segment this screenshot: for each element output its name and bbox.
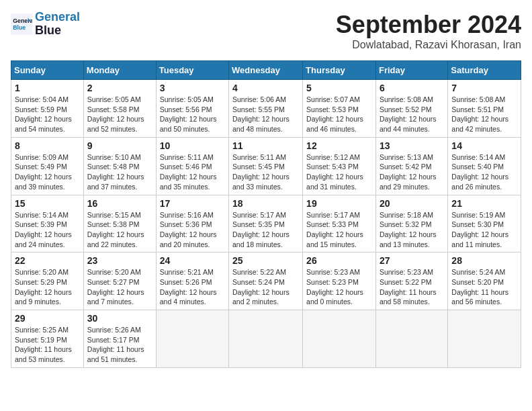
day-info: Sunrise: 5:20 AM Sunset: 5:29 PM Dayligh… [15, 267, 80, 307]
day-info: Sunrise: 5:15 AM Sunset: 5:38 PM Dayligh… [87, 210, 152, 250]
day-info: Sunrise: 5:22 AM Sunset: 5:24 PM Dayligh… [232, 267, 299, 307]
table-row: 20 Sunrise: 5:18 AM Sunset: 5:32 PM Dayl… [375, 195, 447, 253]
day-number: 4 [232, 83, 299, 93]
day-number: 9 [87, 140, 152, 151]
table-row: 9 Sunrise: 5:10 AM Sunset: 5:48 PM Dayli… [83, 137, 156, 195]
logo-text: GeneralBlue [35, 11, 80, 38]
table-row: 4 Sunrise: 5:06 AM Sunset: 5:55 PM Dayli… [229, 80, 303, 138]
day-info: Sunrise: 5:14 AM Sunset: 5:40 PM Dayligh… [451, 152, 517, 192]
day-info: Sunrise: 5:26 AM Sunset: 5:17 PM Dayligh… [87, 325, 152, 365]
table-row: 24 Sunrise: 5:21 AM Sunset: 5:26 PM Dayl… [156, 253, 228, 310]
table-row: 16 Sunrise: 5:15 AM Sunset: 5:38 PM Dayl… [83, 195, 156, 253]
day-info: Sunrise: 5:14 AM Sunset: 5:39 PM Dayligh… [15, 210, 80, 250]
day-number: 29 [15, 313, 80, 324]
table-row [229, 310, 303, 368]
day-number: 17 [160, 198, 225, 209]
table-row [156, 310, 228, 368]
table-row: 23 Sunrise: 5:20 AM Sunset: 5:27 PM Dayl… [83, 253, 156, 310]
day-info: Sunrise: 5:23 AM Sunset: 5:22 PM Dayligh… [380, 267, 444, 307]
day-number: 23 [87, 255, 152, 266]
col-monday: Monday [83, 61, 156, 80]
table-row: 27 Sunrise: 5:23 AM Sunset: 5:22 PM Dayl… [375, 253, 447, 310]
day-number: 13 [380, 140, 444, 151]
table-row: 28 Sunrise: 5:24 AM Sunset: 5:20 PM Dayl… [448, 253, 521, 310]
table-row: 17 Sunrise: 5:16 AM Sunset: 5:36 PM Dayl… [156, 195, 228, 253]
table-row: 22 Sunrise: 5:20 AM Sunset: 5:29 PM Dayl… [11, 253, 84, 310]
logo-icon: General Blue [11, 13, 32, 35]
day-info: Sunrise: 5:11 AM Sunset: 5:46 PM Dayligh… [160, 152, 225, 192]
day-number: 26 [306, 255, 372, 266]
svg-text:Blue: Blue [13, 24, 26, 31]
table-row: 2 Sunrise: 5:05 AM Sunset: 5:58 PM Dayli… [83, 80, 156, 138]
day-info: Sunrise: 5:16 AM Sunset: 5:36 PM Dayligh… [160, 210, 225, 250]
table-row: 30 Sunrise: 5:26 AM Sunset: 5:17 PM Dayl… [83, 310, 156, 368]
day-info: Sunrise: 5:05 AM Sunset: 5:58 PM Dayligh… [87, 95, 152, 134]
day-info: Sunrise: 5:09 AM Sunset: 5:49 PM Dayligh… [15, 152, 80, 192]
day-info: Sunrise: 5:23 AM Sunset: 5:23 PM Dayligh… [306, 267, 372, 307]
day-number: 1 [15, 83, 80, 93]
table-row: 19 Sunrise: 5:17 AM Sunset: 5:33 PM Dayl… [303, 195, 376, 253]
table-row: 14 Sunrise: 5:14 AM Sunset: 5:40 PM Dayl… [448, 137, 521, 195]
col-sunday: Sunday [11, 61, 84, 80]
table-row: 15 Sunrise: 5:14 AM Sunset: 5:39 PM Dayl… [11, 195, 84, 253]
table-row: 10 Sunrise: 5:11 AM Sunset: 5:46 PM Dayl… [156, 137, 228, 195]
day-number: 25 [232, 255, 299, 266]
day-info: Sunrise: 5:17 AM Sunset: 5:35 PM Dayligh… [232, 210, 299, 250]
logo: General Blue GeneralBlue [11, 11, 80, 38]
day-number: 14 [451, 140, 517, 151]
table-row: 18 Sunrise: 5:17 AM Sunset: 5:35 PM Dayl… [229, 195, 303, 253]
day-info: Sunrise: 5:20 AM Sunset: 5:27 PM Dayligh… [87, 267, 152, 307]
col-tuesday: Tuesday [156, 61, 228, 80]
day-info: Sunrise: 5:18 AM Sunset: 5:32 PM Dayligh… [380, 210, 444, 250]
table-row: 26 Sunrise: 5:23 AM Sunset: 5:23 PM Dayl… [303, 253, 376, 310]
table-row: 12 Sunrise: 5:12 AM Sunset: 5:43 PM Dayl… [303, 137, 376, 195]
day-number: 21 [451, 198, 517, 209]
month-title: September 2024 [336, 11, 521, 39]
day-info: Sunrise: 5:08 AM Sunset: 5:51 PM Dayligh… [451, 95, 517, 134]
day-info: Sunrise: 5:04 AM Sunset: 5:59 PM Dayligh… [15, 95, 80, 134]
day-number: 30 [87, 313, 152, 324]
day-info: Sunrise: 5:06 AM Sunset: 5:55 PM Dayligh… [232, 95, 299, 134]
day-info: Sunrise: 5:08 AM Sunset: 5:52 PM Dayligh… [380, 95, 444, 134]
day-number: 2 [87, 83, 152, 93]
day-info: Sunrise: 5:07 AM Sunset: 5:53 PM Dayligh… [306, 95, 372, 134]
day-number: 11 [232, 140, 299, 151]
day-number: 28 [451, 255, 517, 266]
day-info: Sunrise: 5:25 AM Sunset: 5:19 PM Dayligh… [15, 325, 80, 365]
day-number: 10 [160, 140, 225, 151]
calendar: Sunday Monday Tuesday Wednesday Thursday… [11, 60, 521, 368]
col-wednesday: Wednesday [229, 61, 303, 80]
table-row: 25 Sunrise: 5:22 AM Sunset: 5:24 PM Dayl… [229, 253, 303, 310]
location-title: Dowlatabad, Razavi Khorasan, Iran [336, 39, 521, 51]
table-row: 29 Sunrise: 5:25 AM Sunset: 5:19 PM Dayl… [11, 310, 84, 368]
day-number: 19 [306, 198, 372, 209]
title-section: September 2024 Dowlatabad, Razavi Khoras… [336, 11, 521, 51]
table-row: 11 Sunrise: 5:11 AM Sunset: 5:45 PM Dayl… [229, 137, 303, 195]
day-info: Sunrise: 5:10 AM Sunset: 5:48 PM Dayligh… [87, 152, 152, 192]
day-number: 12 [306, 140, 372, 151]
table-row: 3 Sunrise: 5:05 AM Sunset: 5:56 PM Dayli… [156, 80, 228, 138]
col-saturday: Saturday [448, 61, 521, 80]
table-row: 21 Sunrise: 5:19 AM Sunset: 5:30 PM Dayl… [448, 195, 521, 253]
table-row [375, 310, 447, 368]
col-friday: Friday [375, 61, 447, 80]
day-number: 15 [15, 198, 80, 209]
day-number: 24 [160, 255, 225, 266]
day-number: 5 [306, 83, 372, 93]
day-number: 8 [15, 140, 80, 151]
day-number: 22 [15, 255, 80, 266]
table-row: 7 Sunrise: 5:08 AM Sunset: 5:51 PM Dayli… [448, 80, 521, 138]
day-info: Sunrise: 5:21 AM Sunset: 5:26 PM Dayligh… [160, 267, 225, 307]
day-info: Sunrise: 5:11 AM Sunset: 5:45 PM Dayligh… [232, 152, 299, 192]
table-row [303, 310, 376, 368]
table-row: 5 Sunrise: 5:07 AM Sunset: 5:53 PM Dayli… [303, 80, 376, 138]
day-info: Sunrise: 5:05 AM Sunset: 5:56 PM Dayligh… [160, 95, 225, 134]
day-number: 16 [87, 198, 152, 209]
day-number: 6 [380, 83, 444, 93]
col-thursday: Thursday [303, 61, 376, 80]
day-info: Sunrise: 5:17 AM Sunset: 5:33 PM Dayligh… [306, 210, 372, 250]
table-row: 6 Sunrise: 5:08 AM Sunset: 5:52 PM Dayli… [375, 80, 447, 138]
day-info: Sunrise: 5:12 AM Sunset: 5:43 PM Dayligh… [306, 152, 372, 192]
day-info: Sunrise: 5:19 AM Sunset: 5:30 PM Dayligh… [451, 210, 517, 250]
day-number: 27 [380, 255, 444, 266]
